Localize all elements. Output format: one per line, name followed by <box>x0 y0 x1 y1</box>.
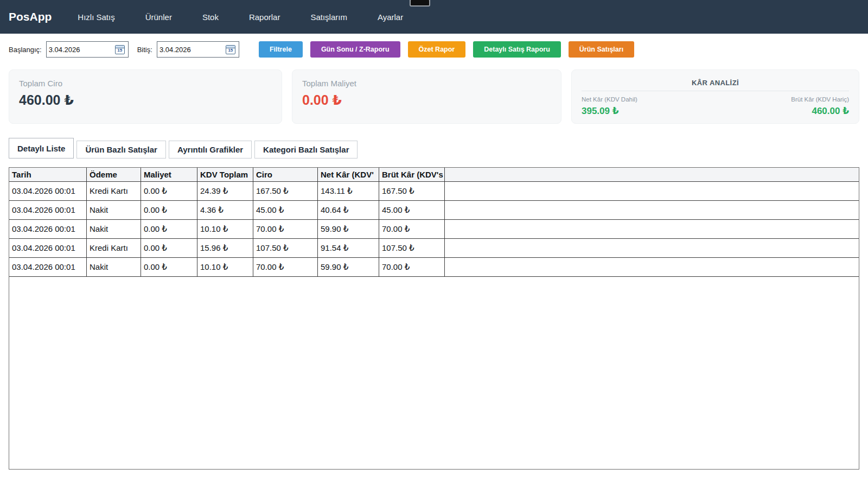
calendar-icon[interactable]: 15 <box>115 45 125 54</box>
nav-item-urunler[interactable]: Ürünler <box>145 12 172 22</box>
start-date-input[interactable] <box>49 46 115 54</box>
table-cell: 45.00 ₺ <box>379 201 445 220</box>
kar-analizi-values: Net Kâr (KDV Dahil) 395.09 ₺ Brüt Kâr (K… <box>582 96 849 117</box>
tab-urun-bazli-satislar[interactable]: Ürün Bazlı Satışlar <box>76 141 166 159</box>
nav-item-stok[interactable]: Stok <box>202 12 219 22</box>
table-cell: 143.11 ₺ <box>318 182 379 201</box>
nav-item-satislarim[interactable]: Satışlarım <box>310 12 347 22</box>
table-cell: Kredi Kartı <box>87 239 141 258</box>
column-header[interactable]: Ciro <box>253 168 318 182</box>
table-cell-filler <box>445 258 859 277</box>
table-cell: 10.10 ₺ <box>197 258 253 277</box>
table-cell: 167.50 ₺ <box>253 182 318 201</box>
table-cell: 91.54 ₺ <box>318 239 379 258</box>
column-header-filler <box>445 168 859 182</box>
net-kar-block: Net Kâr (KDV Dahil) 395.09 ₺ <box>582 96 637 117</box>
column-header[interactable]: KDV Toplam <box>197 168 253 182</box>
table-cell: 0.00 ₺ <box>141 201 197 220</box>
app-logo: PosApp <box>9 10 52 23</box>
brut-kar-label: Brüt Kâr (KDV Hariç) <box>791 96 849 103</box>
sales-table: TarihÖdemeMaliyetKDV ToplamCiroNet Kâr (… <box>9 167 859 470</box>
column-header[interactable]: Maliyet <box>141 168 197 182</box>
urun-satislari-button[interactable]: Ürün Satışları <box>569 41 634 58</box>
table-cell: 70.00 ₺ <box>253 258 318 277</box>
table-cell: 107.50 ₺ <box>379 239 445 258</box>
column-header[interactable]: Net Kâr (KDV' <box>318 168 379 182</box>
table-cell: 03.04.2026 00:01 <box>9 201 87 220</box>
toplam-maliyet-label: Toplam Maliyet <box>302 79 551 88</box>
tab-kategori-bazli-satislar[interactable]: Kategori Bazlı Satışlar <box>254 141 358 159</box>
table-cell: 70.00 ₺ <box>379 220 445 239</box>
table-header-row: TarihÖdemeMaliyetKDV ToplamCiroNet Kâr (… <box>9 168 859 182</box>
filtrele-button[interactable]: Filtrele <box>259 41 303 58</box>
table-cell: 15.96 ₺ <box>197 239 253 258</box>
tab-ayrintili-grafikler[interactable]: Ayrıntılı Grafikler <box>169 141 252 159</box>
nav-item-ayarlar[interactable]: Ayarlar <box>378 12 403 22</box>
table-cell: 03.04.2026 00:01 <box>9 220 87 239</box>
column-header[interactable]: Ödeme <box>87 168 141 182</box>
table-cell: 40.64 ₺ <box>318 201 379 220</box>
table-cell: 70.00 ₺ <box>253 220 318 239</box>
table-cell: 107.50 ₺ <box>253 239 318 258</box>
top-navbar: PosApp Hızlı SatışÜrünlerStokRaporlarSat… <box>0 0 868 34</box>
table-body: 03.04.2026 00:01Kredi Kartı0.00 ₺24.39 ₺… <box>9 182 859 277</box>
table-cell-filler <box>445 220 859 239</box>
table-cell: 03.04.2026 00:01 <box>9 182 87 201</box>
window-control-icon[interactable] <box>410 0 430 7</box>
toplam-ciro-value: 460.00 ₺ <box>19 92 272 108</box>
table-cell-filler <box>445 239 859 258</box>
table-row[interactable]: 03.04.2026 00:01Nakit0.00 ₺4.36 ₺45.00 ₺… <box>9 201 859 220</box>
end-date-input[interactable] <box>159 46 226 54</box>
column-header[interactable]: Tarih <box>9 168 87 182</box>
tab-strip: Detaylı ListeÜrün Bazlı SatışlarAyrıntıl… <box>9 138 859 159</box>
start-date-label: Başlangıç: <box>9 46 42 54</box>
detayli-satis-raporu-button[interactable]: Detaylı Satış Raporu <box>473 41 561 58</box>
toplam-maliyet-value: 0.00 ₺ <box>302 92 551 108</box>
end-date-picker[interactable]: 15 <box>157 41 239 58</box>
table-row[interactable]: 03.04.2026 00:01Nakit0.00 ₺10.10 ₺70.00 … <box>9 220 859 239</box>
column-header[interactable]: Brüt Kâr (KDV's <box>379 168 445 182</box>
kar-analizi-title: KÂR ANALİZİ <box>582 79 849 91</box>
filter-buttons: FiltreleGün Sonu / Z-RaporuÖzet RaporDet… <box>251 41 634 58</box>
nav-menu: Hızlı SatışÜrünlerStokRaporlarSatışlarım… <box>78 12 403 22</box>
net-kar-value: 395.09 ₺ <box>582 105 637 117</box>
start-date-picker[interactable]: 15 <box>46 41 129 58</box>
nav-item-hizli-satis[interactable]: Hızlı Satış <box>78 12 114 22</box>
table-cell-filler <box>445 201 859 220</box>
table-cell: Nakit <box>87 201 141 220</box>
nav-item-raporlar[interactable]: Raporlar <box>249 12 280 22</box>
calendar-icon[interactable]: 15 <box>226 45 235 54</box>
table-row[interactable]: 03.04.2026 00:01Nakit0.00 ₺10.10 ₺70.00 … <box>9 258 859 277</box>
brut-kar-value: 460.00 ₺ <box>791 105 849 117</box>
ozet-rapor-button[interactable]: Özet Rapor <box>408 41 466 58</box>
table-cell: 0.00 ₺ <box>141 258 197 277</box>
toplam-ciro-label: Toplam Ciro <box>19 79 272 88</box>
filter-bar: Başlangıç: 15 Bitiş: 15 FiltreleGün Sonu… <box>0 34 868 64</box>
table-cell: Nakit <box>87 220 141 239</box>
net-kar-label: Net Kâr (KDV Dahil) <box>582 96 637 103</box>
table-cell: 59.90 ₺ <box>318 258 379 277</box>
table-cell: 0.00 ₺ <box>141 182 197 201</box>
kar-analizi-card: KÂR ANALİZİ Net Kâr (KDV Dahil) 395.09 ₺… <box>571 69 859 124</box>
table-cell: 4.36 ₺ <box>197 201 253 220</box>
table-cell: 10.10 ₺ <box>197 220 253 239</box>
toplam-maliyet-card: Toplam Maliyet 0.00 ₺ <box>292 69 561 124</box>
table-row[interactable]: 03.04.2026 00:01Kredi Kartı0.00 ₺15.96 ₺… <box>9 239 859 258</box>
table-cell: 70.00 ₺ <box>379 258 445 277</box>
table-cell: 03.04.2026 00:01 <box>9 239 87 258</box>
tab-detayli-liste[interactable]: Detaylı Liste <box>9 138 74 159</box>
table-cell-filler <box>445 182 859 201</box>
table-cell: 24.39 ₺ <box>197 182 253 201</box>
table-row[interactable]: 03.04.2026 00:01Kredi Kartı0.00 ₺24.39 ₺… <box>9 182 859 201</box>
table-cell: 0.00 ₺ <box>141 220 197 239</box>
end-date-label: Bitiş: <box>137 46 152 54</box>
table-cell: 59.90 ₺ <box>318 220 379 239</box>
table-cell: Nakit <box>87 258 141 277</box>
table-cell: Kredi Kartı <box>87 182 141 201</box>
brut-kar-block: Brüt Kâr (KDV Hariç) 460.00 ₺ <box>791 96 849 117</box>
toplam-ciro-card: Toplam Ciro 460.00 ₺ <box>9 69 282 124</box>
table-cell: 45.00 ₺ <box>253 201 318 220</box>
table-cell: 03.04.2026 00:01 <box>9 258 87 277</box>
table-cell: 167.50 ₺ <box>379 182 445 201</box>
gun-sonu-z-raporu-button[interactable]: Gün Sonu / Z-Raporu <box>310 41 400 58</box>
